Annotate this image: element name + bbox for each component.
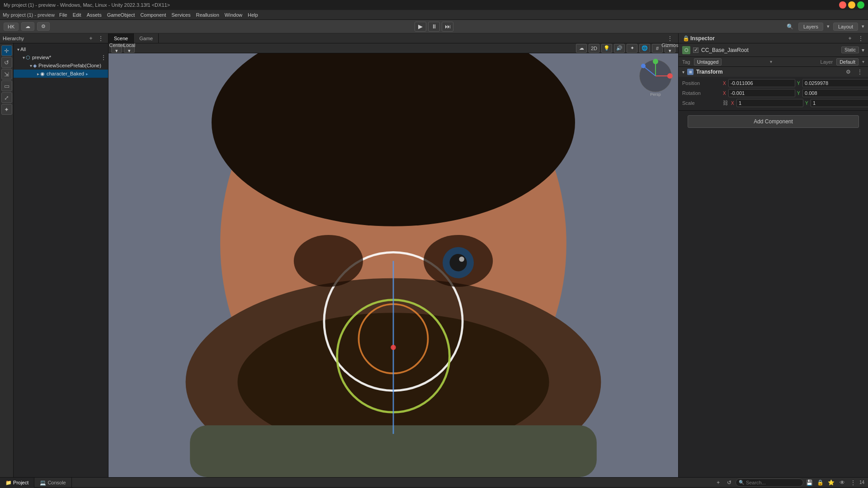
- hierarchy-item-all[interactable]: ▾ All: [14, 45, 108, 53]
- inspector-add-btn[interactable]: +: [845, 34, 854, 43]
- hierarchy-all-label: All: [20, 47, 26, 52]
- tab-scene[interactable]: Scene: [108, 33, 134, 43]
- scale-y-input[interactable]: [811, 99, 868, 107]
- menu-gameobject[interactable]: GameObject: [107, 12, 135, 18]
- object-active-checkbox[interactable]: ✓: [693, 47, 698, 53]
- console-tab-label: Console: [47, 480, 66, 485]
- scene-light-btn[interactable]: 💡: [601, 44, 612, 53]
- static-dropdown-arrow[interactable]: ▾: [862, 47, 864, 53]
- scene-gizmo-btn[interactable]: ☁: [576, 44, 587, 53]
- layer-label: Layer: [821, 59, 833, 65]
- scale-x-input[interactable]: [736, 99, 803, 107]
- menu-services[interactable]: Services: [171, 12, 190, 18]
- center-dropdown[interactable]: Center ▾: [111, 44, 122, 53]
- inspector-lock-btn[interactable]: 🔒: [681, 34, 690, 43]
- pos-x-input[interactable]: [728, 79, 795, 87]
- inspector-menu-btn[interactable]: ⋮: [856, 34, 865, 43]
- play-button[interactable]: ▶: [415, 22, 426, 32]
- menu-assets[interactable]: Assets: [87, 12, 102, 18]
- object-type-icon: ⬡: [682, 46, 690, 54]
- pos-x-field: X: [723, 79, 795, 87]
- window-title: My project (1) - preview - Windows, Mac,…: [4, 2, 837, 8]
- custom-tool-btn[interactable]: ✦: [1, 104, 12, 115]
- scale-tool-btn[interactable]: ⇲: [1, 69, 12, 80]
- transform-tool-btn[interactable]: ⤢: [1, 92, 12, 103]
- transform-header[interactable]: ▾ ⊞ Transform ⚙ ⋮: [679, 67, 868, 77]
- local-dropdown[interactable]: Local ▾: [124, 44, 135, 53]
- tag-layer-row: Tag Untagged ▾ Layer Default ▾: [679, 57, 868, 67]
- hierarchy-menu-btn[interactable]: ⋮: [96, 34, 105, 43]
- menu-reallusion[interactable]: Reallusion: [196, 12, 219, 18]
- inspector-header: 🔒 Inspector + ⋮: [679, 33, 868, 43]
- scene-skybox-btn[interactable]: 🌐: [639, 44, 650, 53]
- hierarchy-item-menu[interactable]: ⋮: [99, 53, 108, 62]
- search-icon: 🔍: [739, 480, 744, 485]
- transform-settings-btn[interactable]: ⚙: [844, 67, 853, 76]
- step-button[interactable]: ⏭: [442, 22, 453, 32]
- project-menu-btn[interactable]: ⋮: [849, 478, 858, 487]
- hk-dropdown[interactable]: HK: [4, 23, 19, 31]
- lock-project-btn[interactable]: 🔒: [816, 478, 825, 487]
- scale-y-field: Y: [805, 99, 868, 107]
- cloud-btn[interactable]: ☁: [21, 22, 34, 31]
- position-row: Position X Y Z: [682, 79, 864, 88]
- transform-menu-btn[interactable]: ⋮: [855, 67, 864, 76]
- rect-tool-btn[interactable]: ▭: [1, 80, 12, 91]
- hierarchy-item-prefab[interactable]: ▾ ◈ PreviewScenePrefab(Clone): [14, 61, 108, 70]
- rot-y-field: Y: [797, 89, 868, 97]
- expand-arrow: ▾: [30, 63, 32, 68]
- hierarchy-item-preview[interactable]: ▾ ⬡ preview* ⋮: [14, 53, 108, 61]
- rotate-tool-btn[interactable]: ↺: [1, 57, 12, 68]
- eye-btn[interactable]: 👁: [838, 478, 847, 487]
- layer-dropdown[interactable]: Default: [836, 58, 859, 66]
- project-search-input[interactable]: [746, 480, 800, 485]
- scene-tools-sidebar: ✛ ↺ ⇲ ▭ ⤢ ✦: [0, 43, 14, 477]
- project-add-btn[interactable]: +: [714, 478, 723, 487]
- save-btn[interactable]: 💾: [805, 478, 814, 487]
- sy-axis-label: Y: [805, 101, 810, 106]
- expand-arrow: ▾: [17, 47, 19, 52]
- scale-link-icon[interactable]: ⛓: [723, 100, 728, 106]
- close-button[interactable]: [839, 1, 846, 9]
- asset-count: 14: [859, 480, 864, 485]
- star-btn[interactable]: ⭐: [827, 478, 836, 487]
- tag-dropdown[interactable]: Untagged: [694, 58, 722, 66]
- tab-console[interactable]: 💻 Console: [34, 478, 71, 488]
- rot-y-input[interactable]: [802, 89, 868, 97]
- layers-dropdown[interactable]: Layers: [798, 23, 823, 31]
- project-search-box[interactable]: 🔍: [736, 479, 803, 487]
- hierarchy-item-character[interactable]: ▸ ◉ character_Baked ▸: [14, 70, 108, 78]
- transform-icon: ⊞: [687, 69, 693, 75]
- project-refresh-btn[interactable]: ↺: [725, 478, 734, 487]
- position-fields: X Y Z: [723, 79, 868, 87]
- scene-settings-btn[interactable]: ⋮: [665, 34, 675, 43]
- add-component-button[interactable]: Add Component: [688, 115, 859, 128]
- scene-audio-btn[interactable]: 🔊: [614, 44, 625, 53]
- layout-dropdown[interactable]: Layout: [833, 23, 858, 31]
- maximize-button[interactable]: [857, 1, 864, 9]
- pause-button[interactable]: ⏸: [428, 22, 440, 32]
- hierarchy-prefab-label: PreviewScenePrefab(Clone): [38, 63, 101, 68]
- tab-game[interactable]: Game: [134, 33, 159, 43]
- menu-file[interactable]: File: [59, 12, 67, 18]
- tab-project[interactable]: 📁 Project: [0, 478, 34, 488]
- scene-gizmos-btn[interactable]: Gizmos ▾: [665, 44, 675, 53]
- settings-btn[interactable]: ⚙: [37, 22, 50, 31]
- rotation-fields: X Y Z: [723, 89, 868, 97]
- menu-edit[interactable]: Edit: [73, 12, 81, 18]
- search-global-btn[interactable]: 🔍: [786, 22, 795, 31]
- pos-y-input[interactable]: [802, 79, 868, 87]
- hierarchy-add-btn[interactable]: +: [86, 34, 95, 43]
- scene-viewport[interactable]: X Y Persp: [108, 53, 678, 477]
- scene-2d-btn[interactable]: 2D: [589, 44, 599, 53]
- static-badge[interactable]: Static: [841, 47, 859, 53]
- minimize-button[interactable]: [848, 1, 855, 9]
- menu-component[interactable]: Component: [140, 12, 166, 18]
- scene-fx-btn[interactable]: ✦: [627, 44, 637, 53]
- pos-y-field: Y: [797, 79, 868, 87]
- move-tool-btn[interactable]: ✛: [1, 45, 12, 56]
- tag-dropdown-arrow: ▾: [770, 59, 772, 64]
- menu-window[interactable]: Window: [225, 12, 242, 18]
- menu-help[interactable]: Help: [248, 12, 258, 18]
- rot-x-input[interactable]: [728, 89, 795, 97]
